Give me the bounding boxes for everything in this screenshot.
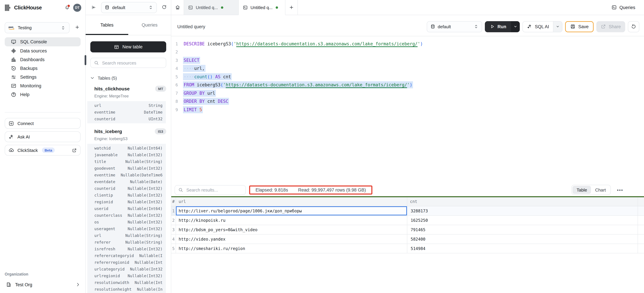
sidebar-action-ask-ai[interactable]: Ask AI — [5, 131, 80, 142]
share-button[interactable]: Share — [596, 21, 625, 32]
table-column-row[interactable]: counteridNullable(Int32) — [87, 185, 166, 192]
line-number: 2 — [173, 50, 178, 55]
url-cell[interactable]: http://bdsm_po_yers=0&with_video — [176, 225, 407, 234]
sidebar-item-data-sources[interactable]: Data sources — [5, 46, 80, 55]
sidebar-item-help[interactable]: Help — [5, 90, 80, 99]
new-tab-button[interactable] — [286, 0, 298, 15]
code-line[interactable]: 8ORDER BY cnt DESC — [171, 97, 644, 106]
service-selector[interactable]: aws Testing — [5, 22, 70, 33]
code-line[interactable]: 9LIMIT 5 — [171, 106, 644, 114]
table-column-row[interactable]: javaenableNullable(Int32) — [87, 152, 166, 158]
sql-ai-label: SQL AI — [535, 24, 549, 29]
resources-tab-queries[interactable]: Queries — [128, 15, 171, 35]
table-column-row[interactable]: refererregionidNullable(Int — [87, 259, 166, 266]
collapse-panel-button[interactable] — [91, 5, 96, 10]
code-line[interactable]: 6FROM icebergS3('https://datasets-docume… — [171, 81, 644, 89]
sidebar-item-dashboards[interactable]: Dashboards — [5, 55, 80, 64]
query-history-button[interactable] — [628, 21, 639, 32]
table-column-row[interactable]: goodeventNullable(Int32) — [87, 165, 166, 172]
code-line[interactable]: 4····url, — [171, 64, 644, 73]
table-column-row[interactable]: urlString — [87, 102, 166, 109]
table-row[interactable]: 2http://kinopoisk.ru1625250 — [171, 216, 644, 225]
url-cell[interactable]: http://smeshariki.ru/region — [176, 244, 407, 253]
cnt-cell[interactable]: 791465 — [407, 225, 638, 234]
notifications-bell-button[interactable] — [64, 5, 70, 10]
cnt-cell[interactable]: 1625250 — [407, 216, 638, 225]
sql-ai-button[interactable]: SQL AI — [523, 24, 553, 29]
column-type: Nullable(Int32) — [128, 213, 162, 218]
table-item-hits_clickhouse[interactable]: hits_clickhouseMT — [94, 86, 166, 92]
add-service-button[interactable] — [74, 24, 80, 32]
table-row[interactable]: 5http://smeshariki.ru/region514984 — [171, 244, 644, 253]
table-column-row[interactable]: urlregionidNullable(Int32) — [87, 272, 166, 279]
table-column-row[interactable]: titleNullable(String) — [87, 158, 166, 165]
sql-code-editor[interactable]: 1DESCRIBE icebergS3('https://datasets-do… — [171, 36, 644, 183]
table-row[interactable]: 4http://video.yandex582400 — [171, 234, 644, 244]
cnt-cell[interactable]: 3288173 — [407, 206, 638, 215]
code-line[interactable]: 1DESCRIBE icebergS3('https://datasets-do… — [171, 40, 644, 48]
sidebar-item-monitoring[interactable]: Monitoring — [5, 81, 80, 90]
run-button[interactable]: Run — [485, 21, 511, 32]
editor-database-selector[interactable]: default — [426, 21, 482, 32]
save-button[interactable]: Save — [565, 21, 594, 32]
cnt-cell[interactable]: 514984 — [407, 244, 638, 253]
table-column-row[interactable]: regionidNullable(Int32) — [87, 199, 166, 205]
editor-tab[interactable]: Untitled q... — [184, 0, 238, 15]
table-row[interactable]: 3http://bdsm_po_yers=0&with_video791465 — [171, 225, 644, 234]
table-column-row[interactable]: referercategoryidNullable(I — [87, 252, 166, 259]
table-column-row[interactable]: watchidNullable(Int64) — [87, 145, 166, 152]
table-column-row[interactable]: eventtimeDateTime — [87, 109, 166, 116]
table-column-row[interactable]: osNullable(Int32) — [87, 219, 166, 225]
sidebar-action-clickstack[interactable]: ClickStackBeta — [5, 145, 80, 156]
table-column-row[interactable]: urlcategoryidNullable(Int32 — [87, 266, 166, 272]
view-toggle-chart[interactable]: Chart — [591, 186, 610, 194]
sidebar-item-backups[interactable]: Backups — [5, 64, 80, 73]
home-button[interactable] — [171, 0, 184, 15]
table-column-row[interactable]: eventtimeNullable(DateTime6 — [87, 172, 166, 178]
run-options-button[interactable] — [511, 21, 520, 32]
cnt-cell[interactable]: 582400 — [407, 234, 638, 244]
resources-tab-tables[interactable]: Tables — [86, 15, 128, 35]
query-title[interactable]: Untitled query — [177, 24, 424, 29]
results-search-input[interactable] — [186, 187, 242, 193]
editor-tab[interactable]: Untitled q... — [238, 0, 286, 15]
resources-search-input[interactable] — [102, 60, 163, 66]
sidebar-item-sql-console[interactable]: SQL Console — [5, 37, 80, 46]
sidebar-action-connect[interactable]: Connect — [5, 118, 80, 129]
table-column-row[interactable]: resolutionwidthNullable(Int — [87, 279, 166, 286]
user-avatar[interactable]: DT — [73, 4, 81, 12]
results-menu-button[interactable]: ••• — [615, 187, 625, 193]
table-column-row[interactable]: clientipNullable(Int32) — [87, 192, 166, 199]
database-icon — [430, 24, 435, 29]
table-column-row[interactable]: useragentNullable(Int32) — [87, 225, 166, 232]
table-column-row[interactable]: counteridUInt32 — [87, 116, 166, 122]
tables-section-toggle[interactable]: Tables (5) — [90, 75, 171, 81]
table-column-row[interactable]: refererNullable(String) — [87, 239, 166, 246]
table-column-row[interactable]: useridNullable(Int64) — [87, 205, 166, 212]
url-cell[interactable]: http://kinopoisk.ru — [176, 216, 407, 225]
table-column-row[interactable]: counterclassNullable(Int32) — [87, 212, 166, 219]
table-item-hits_iceberg[interactable]: hits_icebergIS3 — [94, 128, 166, 134]
refresh-button[interactable] — [161, 4, 168, 11]
sidebar-item-label: Settings — [20, 74, 36, 80]
sidebar-resize-handle[interactable] — [84, 55, 86, 65]
table-column-row[interactable]: eventdateNullable(Date) — [87, 178, 166, 185]
url-cell[interactable]: http://liver.ru/belgorod/page/1006.jки/д… — [176, 206, 407, 215]
table-column-row[interactable]: resolutionheightNullable(In — [87, 286, 166, 293]
code-line[interactable]: 3SELECT — [171, 56, 644, 64]
organization-item[interactable]: Test Org — [0, 279, 85, 290]
help-icon — [11, 92, 16, 97]
url-cell[interactable]: http://video.yandex — [176, 234, 407, 244]
code-line[interactable]: 7GROUP BY url — [171, 89, 644, 97]
sql-ai-options-button[interactable] — [553, 21, 562, 32]
table-column-row[interactable]: urlNullable(String) — [87, 232, 166, 239]
database-selector[interactable]: default — [101, 2, 157, 13]
view-toggle-table[interactable]: Table — [573, 186, 591, 194]
queries-button[interactable]: Queries — [607, 0, 644, 15]
table-column-row[interactable]: isrefreshNullable(Int32) — [87, 246, 166, 252]
table-row[interactable]: 1http://liver.ru/belgorod/page/1006.jки/… — [171, 206, 644, 216]
code-line[interactable]: 2 — [171, 48, 644, 56]
new-table-button[interactable]: New table — [90, 41, 166, 52]
code-line[interactable]: 5····count() AS cnt — [171, 73, 644, 81]
sidebar-item-settings[interactable]: Settings — [5, 73, 80, 81]
